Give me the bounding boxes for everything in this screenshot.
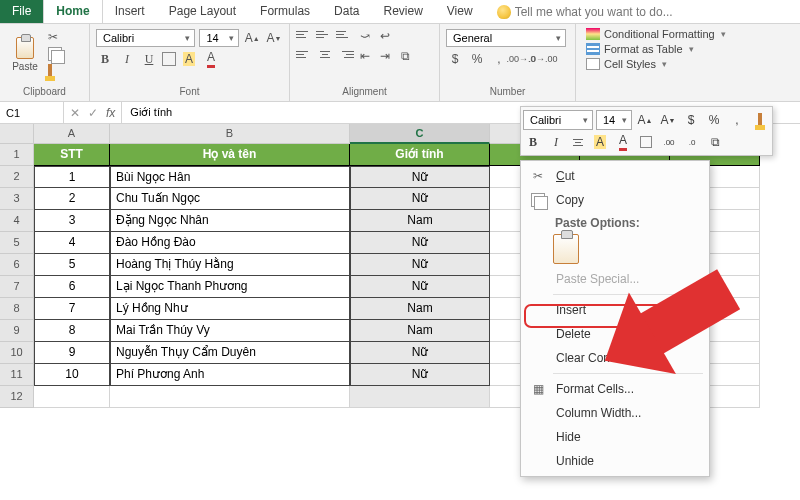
mini-format-painter[interactable] — [750, 110, 770, 130]
accounting-format-button[interactable]: $ — [446, 50, 464, 68]
row-head[interactable]: 10 — [0, 342, 34, 364]
align-center-button[interactable] — [316, 47, 334, 61]
mini-comma[interactable]: , — [727, 110, 747, 130]
mini-merge[interactable]: ⧉ — [705, 132, 725, 152]
paste-button[interactable]: Paste — [6, 27, 44, 81]
mini-align-center[interactable] — [569, 135, 587, 149]
menu-format-cells[interactable]: ▦Format Cells... — [523, 377, 707, 401]
header-name[interactable]: Họ và tên — [110, 144, 350, 166]
underline-button[interactable]: U — [140, 50, 158, 68]
fill-color-button[interactable]: A — [180, 50, 198, 68]
font-size-select[interactable]: 14▾ — [199, 29, 239, 47]
mini-increase-font[interactable]: A▲ — [635, 110, 655, 130]
orientation-button[interactable]: ⤻ — [356, 27, 374, 45]
tab-insert[interactable]: Insert — [103, 0, 157, 23]
decrease-indent-button[interactable]: ⇤ — [356, 47, 374, 65]
mini-increase-decimal[interactable]: .00 — [659, 132, 679, 152]
menu-unhide[interactable]: Unhide — [523, 449, 707, 473]
mini-percent[interactable]: % — [704, 110, 724, 130]
cell-name[interactable]: Lý Hồng Như — [110, 298, 350, 320]
font-name-select[interactable]: Calibri▾ — [96, 29, 195, 47]
menu-copy[interactable]: Copy — [523, 188, 707, 212]
cell-gender[interactable]: Nữ — [350, 232, 490, 254]
cell-stt[interactable]: 4 — [34, 232, 110, 254]
bold-button[interactable]: B — [96, 50, 114, 68]
cell-stt[interactable]: 2 — [34, 188, 110, 210]
increase-font-size-button[interactable]: A▲ — [243, 29, 261, 47]
cell-stt[interactable]: 10 — [34, 364, 110, 386]
wrap-text-button[interactable]: ↩ — [376, 27, 394, 45]
cell-stt[interactable]: 3 — [34, 210, 110, 232]
select-all-corner[interactable] — [0, 124, 34, 144]
font-color-button[interactable]: A — [202, 50, 220, 68]
borders-button[interactable] — [162, 52, 176, 66]
paste-option-default[interactable] — [553, 234, 579, 264]
row-head[interactable]: 4 — [0, 210, 34, 232]
cancel-formula-button[interactable]: ✕ — [70, 106, 80, 120]
italic-button[interactable]: I — [118, 50, 136, 68]
increase-indent-button[interactable]: ⇥ — [376, 47, 394, 65]
mini-italic[interactable]: I — [546, 132, 566, 152]
cell-gender[interactable]: Nữ — [350, 276, 490, 298]
cell-gender[interactable]: Nữ — [350, 342, 490, 364]
row-head-12[interactable]: 12 — [0, 386, 34, 408]
cell-gender[interactable]: Nam — [350, 298, 490, 320]
row-head[interactable]: 2 — [0, 166, 34, 188]
cell-name[interactable]: Đặng Ngọc Nhân — [110, 210, 350, 232]
menu-column-width[interactable]: Column Width... — [523, 401, 707, 425]
row-head[interactable]: 11 — [0, 364, 34, 386]
cell[interactable] — [110, 386, 350, 408]
align-left-button[interactable] — [296, 47, 314, 61]
tab-formulas[interactable]: Formulas — [248, 0, 322, 23]
cell-stt[interactable]: 9 — [34, 342, 110, 364]
cell-styles-button[interactable]: Cell Styles▾ — [582, 57, 794, 71]
tell-me-search[interactable]: Tell me what you want to do... — [485, 0, 673, 23]
col-head-b[interactable]: B — [110, 124, 350, 144]
cell-stt[interactable]: 8 — [34, 320, 110, 342]
header-stt[interactable]: STT — [34, 144, 110, 166]
cell-stt[interactable]: 7 — [34, 298, 110, 320]
tab-data[interactable]: Data — [322, 0, 371, 23]
tab-home[interactable]: Home — [43, 0, 102, 23]
col-head-c[interactable]: C — [350, 124, 490, 144]
cell-name[interactable]: Bùi Ngọc Hân — [110, 166, 350, 188]
mini-font-color[interactable]: A — [613, 132, 633, 152]
cell-name[interactable]: Phí Phương Anh — [110, 364, 350, 386]
mini-borders[interactable] — [640, 136, 652, 148]
cell-name[interactable]: Hoàng Thị Thúy Hằng — [110, 254, 350, 276]
cell-name[interactable]: Đào Hồng Đào — [110, 232, 350, 254]
number-format-select[interactable]: General▾ — [446, 29, 566, 47]
align-top-button[interactable] — [296, 27, 314, 41]
copy-button[interactable] — [48, 47, 62, 61]
mini-decrease-font[interactable]: A▼ — [658, 110, 678, 130]
cell-stt[interactable]: 5 — [34, 254, 110, 276]
row-head[interactable]: 8 — [0, 298, 34, 320]
mini-font-name[interactable]: Calibri▾ — [523, 110, 593, 130]
cell[interactable] — [34, 386, 110, 408]
col-head-a[interactable]: A — [34, 124, 110, 144]
cell-name[interactable]: Lại Ngọc Thanh Phương — [110, 276, 350, 298]
menu-cut[interactable]: ✂Cut — [523, 164, 707, 188]
row-head[interactable]: 5 — [0, 232, 34, 254]
cell-name[interactable]: Nguyễn Thụy Cẩm Duyên — [110, 342, 350, 364]
row-head[interactable]: 7 — [0, 276, 34, 298]
row-head[interactable]: 6 — [0, 254, 34, 276]
row-head-1[interactable]: 1 — [0, 144, 34, 166]
name-box[interactable]: C1 — [0, 102, 64, 123]
format-as-table-button[interactable]: Format as Table▾ — [582, 42, 794, 56]
mini-decrease-decimal[interactable]: .0 — [682, 132, 702, 152]
cell-gender[interactable]: Nữ — [350, 188, 490, 210]
cell-stt[interactable]: 6 — [34, 276, 110, 298]
row-head[interactable]: 3 — [0, 188, 34, 210]
tab-view[interactable]: View — [435, 0, 485, 23]
cell-gender[interactable]: Nam — [350, 320, 490, 342]
format-painter-button[interactable] — [48, 64, 52, 78]
increase-decimal-button[interactable]: .00→.0 — [512, 50, 530, 68]
cell-name[interactable]: Mai Trần Thúy Vy — [110, 320, 350, 342]
header-gender[interactable]: Giới tính — [350, 144, 490, 166]
cell-stt[interactable]: 1 — [34, 166, 110, 188]
row-head[interactable]: 9 — [0, 320, 34, 342]
decrease-font-size-button[interactable]: A▼ — [265, 29, 283, 47]
merge-center-button[interactable]: ⧉ — [396, 47, 414, 65]
cell[interactable] — [350, 386, 490, 408]
